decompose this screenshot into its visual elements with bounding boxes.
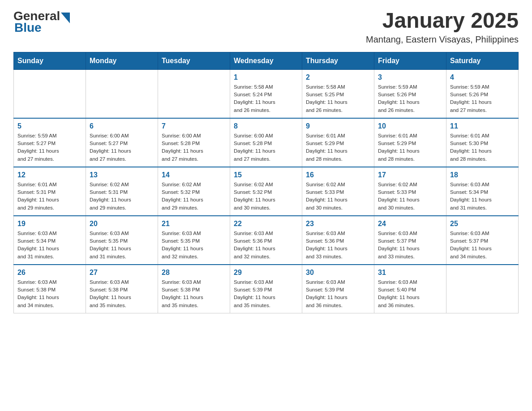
calendar-cell: 28Sunrise: 6:03 AM Sunset: 5:38 PM Dayli… (158, 265, 230, 313)
calendar-cell: 7Sunrise: 6:00 AM Sunset: 5:28 PM Daylig… (158, 118, 230, 167)
calendar-week-row: 1Sunrise: 5:58 AM Sunset: 5:24 PM Daylig… (14, 69, 519, 118)
day-number: 6 (90, 122, 154, 130)
calendar-cell: 22Sunrise: 6:03 AM Sunset: 5:36 PM Dayli… (230, 216, 302, 265)
day-info: Sunrise: 6:00 AM Sunset: 5:28 PM Dayligh… (234, 132, 298, 163)
day-number: 22 (234, 220, 298, 228)
day-info: Sunrise: 6:00 AM Sunset: 5:28 PM Dayligh… (162, 132, 226, 163)
day-number: 14 (162, 171, 226, 179)
calendar-title: January 2025 (366, 9, 519, 33)
day-info: Sunrise: 6:03 AM Sunset: 5:38 PM Dayligh… (17, 278, 82, 309)
calendar-week-row: 19Sunrise: 6:03 AM Sunset: 5:34 PM Dayli… (14, 216, 519, 265)
calendar-day-header: Thursday (302, 52, 374, 69)
day-info: Sunrise: 5:59 AM Sunset: 5:26 PM Dayligh… (378, 83, 442, 114)
day-info: Sunrise: 6:00 AM Sunset: 5:27 PM Dayligh… (90, 132, 154, 163)
day-info: Sunrise: 6:03 AM Sunset: 5:34 PM Dayligh… (450, 181, 515, 212)
day-number: 17 (378, 171, 442, 179)
day-info: Sunrise: 6:03 AM Sunset: 5:39 PM Dayligh… (306, 278, 370, 309)
calendar-day-header: Saturday (446, 52, 519, 69)
calendar-day-header: Tuesday (158, 52, 230, 69)
day-number: 27 (90, 269, 154, 277)
logo-blue-text: Blue (13, 21, 42, 35)
day-number: 20 (90, 220, 154, 228)
day-info: Sunrise: 6:03 AM Sunset: 5:36 PM Dayligh… (306, 230, 370, 261)
day-info: Sunrise: 5:58 AM Sunset: 5:25 PM Dayligh… (306, 83, 370, 114)
calendar-week-row: 12Sunrise: 6:01 AM Sunset: 5:31 PM Dayli… (14, 167, 519, 216)
calendar-cell: 15Sunrise: 6:02 AM Sunset: 5:32 PM Dayli… (230, 167, 302, 216)
day-number: 12 (17, 171, 82, 179)
day-number: 7 (162, 122, 226, 130)
day-info: Sunrise: 6:03 AM Sunset: 5:38 PM Dayligh… (90, 278, 154, 309)
calendar-cell: 3Sunrise: 5:59 AM Sunset: 5:26 PM Daylig… (374, 69, 446, 118)
calendar-cell: 16Sunrise: 6:02 AM Sunset: 5:33 PM Dayli… (302, 167, 374, 216)
day-info: Sunrise: 6:02 AM Sunset: 5:31 PM Dayligh… (90, 181, 154, 212)
day-number: 3 (378, 73, 442, 81)
title-section: January 2025 Mantang, Eastern Visayas, P… (366, 9, 519, 45)
day-number: 24 (378, 220, 442, 228)
calendar-cell (446, 265, 519, 313)
calendar-subtitle: Mantang, Eastern Visayas, Philippines (366, 34, 519, 45)
day-number: 23 (306, 220, 370, 228)
calendar-cell: 29Sunrise: 6:03 AM Sunset: 5:39 PM Dayli… (230, 265, 302, 313)
day-number: 28 (162, 269, 226, 277)
day-number: 13 (90, 171, 154, 179)
svg-marker-0 (61, 13, 70, 23)
logo: General Blue (13, 9, 70, 35)
calendar-cell (158, 69, 230, 118)
day-number: 10 (378, 122, 442, 130)
calendar-cell: 26Sunrise: 6:03 AM Sunset: 5:38 PM Dayli… (14, 265, 86, 313)
day-info: Sunrise: 6:01 AM Sunset: 5:30 PM Dayligh… (450, 132, 515, 163)
calendar-cell: 1Sunrise: 5:58 AM Sunset: 5:24 PM Daylig… (230, 69, 302, 118)
calendar-cell: 10Sunrise: 6:01 AM Sunset: 5:29 PM Dayli… (374, 118, 446, 167)
calendar-cell: 27Sunrise: 6:03 AM Sunset: 5:38 PM Dayli… (86, 265, 158, 313)
day-info: Sunrise: 5:58 AM Sunset: 5:24 PM Dayligh… (234, 83, 298, 114)
calendar-cell: 31Sunrise: 6:03 AM Sunset: 5:40 PM Dayli… (374, 265, 446, 313)
day-info: Sunrise: 6:02 AM Sunset: 5:32 PM Dayligh… (162, 181, 226, 212)
day-info: Sunrise: 6:02 AM Sunset: 5:33 PM Dayligh… (306, 181, 370, 212)
day-info: Sunrise: 5:59 AM Sunset: 5:27 PM Dayligh… (17, 132, 82, 163)
calendar-table: SundayMondayTuesdayWednesdayThursdayFrid… (13, 52, 519, 313)
day-info: Sunrise: 6:03 AM Sunset: 5:35 PM Dayligh… (162, 230, 226, 261)
day-number: 29 (234, 269, 298, 277)
calendar-cell: 12Sunrise: 6:01 AM Sunset: 5:31 PM Dayli… (14, 167, 86, 216)
calendar-day-header: Friday (374, 52, 446, 69)
day-number: 30 (306, 269, 370, 277)
calendar-cell: 13Sunrise: 6:02 AM Sunset: 5:31 PM Dayli… (86, 167, 158, 216)
day-number: 9 (306, 122, 370, 130)
day-info: Sunrise: 6:01 AM Sunset: 5:31 PM Dayligh… (17, 181, 82, 212)
day-info: Sunrise: 6:02 AM Sunset: 5:33 PM Dayligh… (378, 181, 442, 212)
day-info: Sunrise: 6:03 AM Sunset: 5:34 PM Dayligh… (17, 230, 82, 261)
calendar-cell: 23Sunrise: 6:03 AM Sunset: 5:36 PM Dayli… (302, 216, 374, 265)
day-info: Sunrise: 6:03 AM Sunset: 5:39 PM Dayligh… (234, 278, 298, 309)
day-number: 5 (17, 122, 82, 130)
calendar-week-row: 5Sunrise: 5:59 AM Sunset: 5:27 PM Daylig… (14, 118, 519, 167)
calendar-day-header: Wednesday (230, 52, 302, 69)
calendar-cell: 24Sunrise: 6:03 AM Sunset: 5:37 PM Dayli… (374, 216, 446, 265)
day-info: Sunrise: 6:03 AM Sunset: 5:37 PM Dayligh… (450, 230, 515, 261)
day-info: Sunrise: 6:03 AM Sunset: 5:36 PM Dayligh… (234, 230, 298, 261)
calendar-cell: 20Sunrise: 6:03 AM Sunset: 5:35 PM Dayli… (86, 216, 158, 265)
calendar-cell (14, 69, 86, 118)
calendar-cell: 2Sunrise: 5:58 AM Sunset: 5:25 PM Daylig… (302, 69, 374, 118)
calendar-cell: 4Sunrise: 5:59 AM Sunset: 5:26 PM Daylig… (446, 69, 519, 118)
calendar-cell: 19Sunrise: 6:03 AM Sunset: 5:34 PM Dayli… (14, 216, 86, 265)
calendar-cell: 6Sunrise: 6:00 AM Sunset: 5:27 PM Daylig… (86, 118, 158, 167)
logo-triangle-icon (61, 13, 70, 23)
day-number: 25 (450, 220, 515, 228)
calendar-cell: 18Sunrise: 6:03 AM Sunset: 5:34 PM Dayli… (446, 167, 519, 216)
day-number: 4 (450, 73, 515, 81)
calendar-cell (86, 69, 158, 118)
calendar-cell: 5Sunrise: 5:59 AM Sunset: 5:27 PM Daylig… (14, 118, 86, 167)
day-info: Sunrise: 6:02 AM Sunset: 5:32 PM Dayligh… (234, 181, 298, 212)
calendar-cell: 9Sunrise: 6:01 AM Sunset: 5:29 PM Daylig… (302, 118, 374, 167)
calendar-cell: 8Sunrise: 6:00 AM Sunset: 5:28 PM Daylig… (230, 118, 302, 167)
day-number: 1 (234, 73, 298, 81)
day-info: Sunrise: 6:01 AM Sunset: 5:29 PM Dayligh… (306, 132, 370, 163)
calendar-cell: 30Sunrise: 6:03 AM Sunset: 5:39 PM Dayli… (302, 265, 374, 313)
day-number: 19 (17, 220, 82, 228)
day-number: 11 (450, 122, 515, 130)
calendar-day-header: Sunday (14, 52, 86, 69)
calendar-cell: 14Sunrise: 6:02 AM Sunset: 5:32 PM Dayli… (158, 167, 230, 216)
calendar-cell: 17Sunrise: 6:02 AM Sunset: 5:33 PM Dayli… (374, 167, 446, 216)
day-number: 8 (234, 122, 298, 130)
day-number: 26 (17, 269, 82, 277)
